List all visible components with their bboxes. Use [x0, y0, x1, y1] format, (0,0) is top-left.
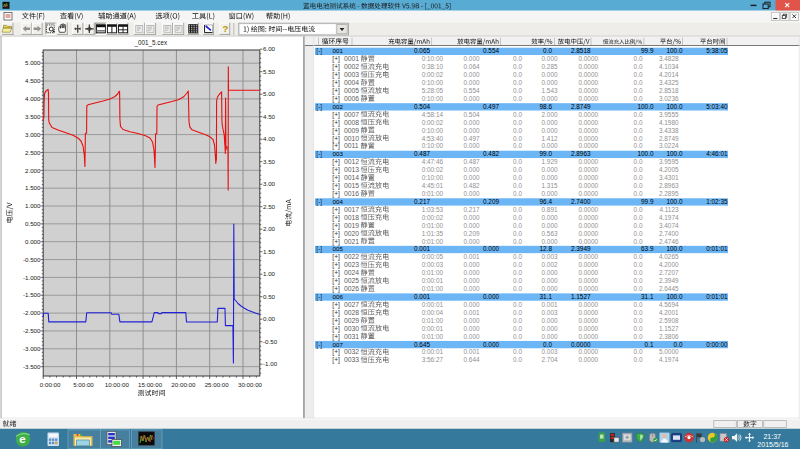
svg-text:0.0: 0.0	[513, 127, 522, 134]
svg-text:0.891: 0.891	[542, 206, 558, 213]
svg-text:[+]: [+]	[332, 63, 340, 71]
svg-text:0:01:00: 0:01:00	[422, 238, 444, 245]
svg-text:0.0: 0.0	[513, 71, 522, 78]
svg-text:5.00: 5.00	[263, 90, 276, 97]
svg-text:0:00:02: 0:00:02	[422, 166, 444, 173]
svg-text:0.0: 0.0	[513, 301, 522, 308]
svg-text:-2.000: -2.000	[23, 309, 41, 316]
svg-text:0.0000: 0.0000	[578, 111, 598, 118]
svg-text:[+]: [+]	[332, 206, 340, 214]
svg-text:3.500: 3.500	[25, 113, 41, 120]
svg-text:0007: 0007	[344, 111, 359, 118]
svg-text:10:00:00: 10:00:00	[105, 381, 130, 388]
svg-text:0.0000: 0.0000	[578, 79, 598, 86]
svg-text:[+]: [+]	[332, 190, 340, 198]
svg-text:0.000: 0.000	[464, 166, 480, 173]
svg-text:5.0000: 5.0000	[659, 348, 679, 355]
svg-text:15:00:00: 15:00:00	[138, 381, 163, 388]
svg-text:0.0000: 0.0000	[578, 309, 598, 316]
svg-text:[+]: [+]	[332, 87, 340, 95]
svg-text:0.504: 0.504	[414, 103, 430, 110]
svg-text:4:53:40: 4:53:40	[422, 135, 444, 142]
svg-text:3.50: 3.50	[263, 158, 276, 165]
svg-text:4:46:01: 4:46:01	[706, 150, 728, 157]
svg-text:2.5908: 2.5908	[659, 317, 679, 324]
svg-text:0.0: 0.0	[634, 317, 643, 324]
svg-text:0020: 0020	[344, 230, 359, 237]
svg-text:2.000: 2.000	[25, 167, 41, 174]
svg-text:0:01:00: 0:01:00	[422, 333, 444, 340]
svg-text:0.0: 0.0	[634, 182, 643, 189]
svg-text:0.000: 0.000	[464, 79, 480, 86]
svg-text:0022: 0022	[344, 253, 359, 260]
svg-text:002: 002	[333, 103, 344, 110]
svg-text:0.0000: 0.0000	[578, 142, 598, 149]
svg-text:2015/5/16: 2015/5/16	[757, 441, 788, 448]
svg-text:0.000: 0.000	[483, 341, 499, 348]
svg-text:0.0000: 0.0000	[578, 333, 598, 340]
svg-text:0.0: 0.0	[543, 341, 552, 348]
svg-text:100.0: 100.0	[667, 245, 683, 252]
svg-text:[+]: [+]	[332, 135, 340, 143]
svg-text:006: 006	[333, 293, 344, 300]
svg-text:0.209: 0.209	[464, 230, 480, 237]
svg-text:0.0: 0.0	[634, 277, 643, 284]
svg-text:0005: 0005	[344, 87, 359, 94]
svg-text:0.000: 0.000	[542, 71, 558, 78]
svg-text:4.500: 4.500	[25, 77, 41, 84]
svg-text:0.0: 0.0	[634, 214, 643, 221]
svg-text:0.0000: 0.0000	[578, 356, 598, 363]
svg-text:5.50: 5.50	[263, 68, 276, 75]
svg-text:4.5694: 4.5694	[659, 301, 679, 308]
svg-text:0.0: 0.0	[634, 55, 643, 62]
svg-text:[+]: [+]	[332, 333, 340, 341]
svg-text:0.000: 0.000	[542, 333, 558, 340]
svg-text:0.000: 0.000	[464, 269, 480, 276]
svg-text:0.0000: 0.0000	[578, 269, 598, 276]
svg-text:0.645: 0.645	[414, 341, 430, 348]
svg-text:20:00:00: 20:00:00	[171, 381, 196, 388]
svg-text:100.0: 100.0	[667, 103, 683, 110]
svg-text:0.000: 0.000	[464, 317, 480, 324]
svg-text:0030: 0030	[344, 325, 359, 332]
svg-text:0.0: 0.0	[513, 142, 522, 149]
svg-text:0.487: 0.487	[414, 150, 430, 157]
svg-text:0.0: 0.0	[513, 166, 522, 173]
svg-text:[+]: [+]	[332, 277, 340, 285]
svg-text:0:00:01: 0:00:01	[422, 301, 444, 308]
svg-text:0.0: 0.0	[634, 253, 643, 260]
svg-text:[+]: [+]	[332, 230, 340, 238]
svg-text:0.0000: 0.0000	[578, 174, 598, 181]
svg-text:0.000: 0.000	[464, 119, 480, 126]
svg-text:0.000: 0.000	[542, 55, 558, 62]
svg-text:2.7400: 2.7400	[571, 198, 591, 205]
svg-text:1.543: 1.543	[542, 87, 558, 94]
svg-text:0.1: 0.1	[645, 341, 654, 348]
svg-text:0033: 0033	[344, 356, 359, 363]
svg-text:-2.500: -2.500	[23, 327, 41, 334]
svg-text:0.0: 0.0	[634, 63, 643, 70]
svg-text:0.000: 0.000	[542, 285, 558, 292]
svg-text:0.554: 0.554	[464, 87, 480, 94]
svg-text:31.1: 31.1	[641, 293, 654, 300]
svg-text:1:03:53: 1:03:53	[422, 206, 444, 213]
svg-text:0028: 0028	[344, 309, 359, 316]
svg-text:0013: 0013	[344, 166, 359, 173]
svg-text:0:10:00: 0:10:00	[422, 142, 444, 149]
svg-text:4:45:01: 4:45:01	[422, 182, 444, 189]
svg-text:5:28:05: 5:28:05	[422, 87, 444, 94]
svg-text:0.000: 0.000	[542, 79, 558, 86]
svg-text:[+]: [+]	[332, 182, 340, 190]
svg-text:0.0000: 0.0000	[578, 285, 598, 292]
svg-text:0.0: 0.0	[513, 348, 522, 355]
svg-text:4.2001: 4.2001	[659, 309, 679, 316]
svg-text:100.0: 100.0	[667, 198, 683, 205]
svg-text:0:01:01: 0:01:01	[706, 245, 728, 252]
svg-text:0.000: 0.000	[542, 269, 558, 276]
svg-text:0029: 0029	[344, 317, 359, 324]
svg-text:0.000: 0.000	[542, 166, 558, 173]
svg-text:0.504: 0.504	[464, 111, 480, 118]
svg-text:0.0000: 0.0000	[578, 277, 598, 284]
svg-text:0.0: 0.0	[674, 341, 683, 348]
svg-text:0.0000: 0.0000	[578, 135, 598, 142]
